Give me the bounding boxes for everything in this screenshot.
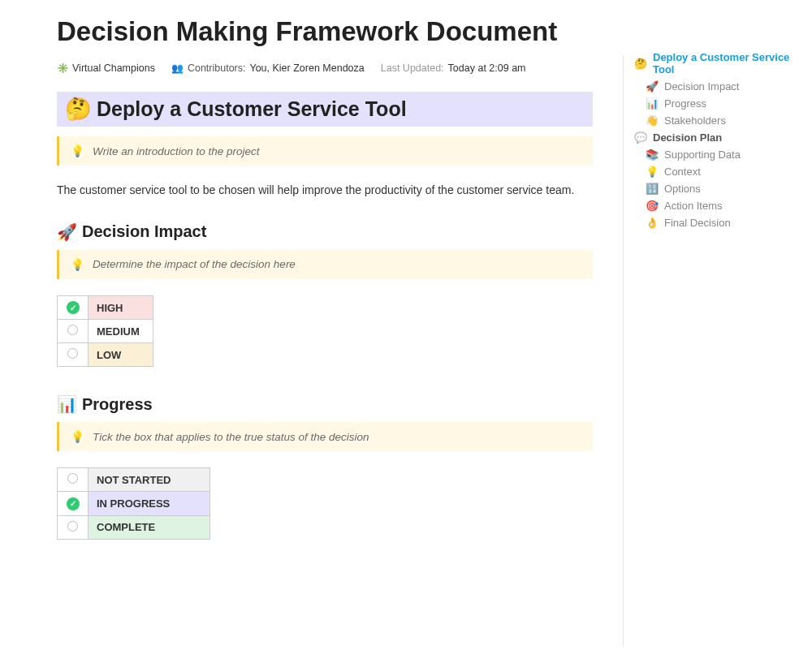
updated-meta: Last Updated: Today at 2:09 am	[381, 62, 526, 74]
updated-label: Last Updated:	[381, 62, 444, 74]
radio-empty-icon	[67, 348, 78, 359]
rocket-icon: 🚀	[57, 222, 77, 242]
bulb-icon: 💡	[71, 144, 84, 157]
progress-inprogress-check[interactable]: ✓	[58, 492, 89, 516]
wave-icon: 👋	[646, 114, 659, 127]
impact-high-label: HIGH	[89, 295, 153, 320]
target-icon: 🎯	[646, 200, 659, 212]
section-deploy-title: Deploy a Customer Service Tool	[97, 97, 407, 121]
toc-deploy-label: Deploy a Customer Service Tool	[653, 51, 802, 75]
bulb-icon: 💡	[71, 430, 84, 443]
toc-impact-label: Decision Impact	[664, 80, 739, 93]
chart-icon: 📊	[57, 394, 77, 414]
toc-final[interactable]: 👌 Final Decision	[628, 214, 802, 231]
toc-options-label: Options	[664, 183, 701, 195]
ok-icon: 👌	[646, 217, 659, 229]
workspace-name: Virtual Champions	[72, 62, 155, 74]
toc-progress-label: Progress	[664, 97, 706, 110]
toc-progress[interactable]: 📊 Progress	[628, 95, 802, 112]
intro-callout[interactable]: 💡 Write an introduction to the project	[57, 136, 593, 166]
toc-data[interactable]: 📚 Supporting Data	[628, 146, 802, 163]
table-row: ✓ HIGH	[58, 295, 153, 320]
toc-actions-label: Action Items	[664, 200, 723, 212]
meta-row: ✳️ Virtual Champions 👥 Contributors: You…	[57, 62, 593, 74]
toc-impact[interactable]: 🚀 Decision Impact	[628, 78, 802, 95]
toc-final-label: Final Decision	[664, 217, 731, 229]
impact-high-check[interactable]: ✓	[58, 295, 89, 320]
progress-table: NOT STARTED ✓ IN PROGRESS COMPLETE	[57, 467, 210, 540]
thinking-icon: 🤔	[65, 97, 92, 122]
intro-paragraph[interactable]: The customer service tool to be chosen w…	[57, 182, 593, 200]
updated-value: Today at 2:09 am	[448, 62, 526, 74]
toc-stakeholders[interactable]: 👋 Stakeholders	[628, 112, 802, 129]
main-content: Decision Making Framework Document ✳️ Vi…	[0, 0, 617, 663]
radio-empty-icon	[67, 473, 78, 484]
table-row: COMPLETE	[58, 515, 210, 539]
rocket-icon: 🚀	[646, 80, 659, 93]
impact-low-check[interactable]	[58, 343, 89, 367]
toc-data-label: Supporting Data	[664, 149, 741, 161]
radio-empty-icon	[67, 325, 78, 335]
table-row: NOT STARTED	[58, 468, 210, 492]
bulb-icon: 💡	[71, 258, 84, 271]
section-progress-title: Progress	[82, 395, 153, 414]
impact-medium-check[interactable]	[58, 320, 89, 343]
intro-callout-text: Write an introduction to the project	[93, 145, 260, 157]
impact-callout-text: Determine the impact of the decision her…	[93, 258, 296, 270]
toc-plan[interactable]: 💬 Decision Plan	[628, 129, 802, 146]
section-impact-heading: 🚀 Decision Impact	[57, 222, 593, 242]
impact-low-label: LOW	[89, 343, 153, 367]
contributors-meta[interactable]: 👥 Contributors: You, Kier Zoren Mendoza	[171, 62, 365, 74]
progress-inprogress-label: IN PROGRESS	[89, 492, 210, 516]
toc-stakeholders-label: Stakeholders	[664, 114, 726, 127]
outline-sidebar: 🤔 Deploy a Customer Service Tool 🚀 Decis…	[617, 0, 812, 663]
toc-actions[interactable]: 🎯 Action Items	[628, 197, 802, 214]
table-row: LOW	[58, 343, 153, 367]
checkmark-icon: ✓	[67, 301, 80, 314]
table-row: ✓ IN PROGRESS	[58, 492, 210, 516]
toc-context[interactable]: 💡 Context	[628, 163, 802, 180]
radio-empty-icon	[67, 521, 78, 532]
chart-icon: 📊	[646, 97, 659, 110]
page-title: Decision Making Framework Document	[57, 15, 593, 48]
toc-context-label: Context	[664, 166, 701, 178]
toc-plan-label: Decision Plan	[653, 131, 722, 144]
progress-notstarted-label: NOT STARTED	[89, 468, 210, 492]
lightbulb-icon: 💡	[646, 166, 659, 178]
progress-complete-check[interactable]	[58, 515, 89, 539]
toc-options[interactable]: 🔢 Options	[628, 180, 802, 197]
impact-table: ✓ HIGH MEDIUM LOW	[57, 295, 153, 368]
thinking-icon: 🤔	[634, 58, 647, 70]
contributors-value: You, Kier Zoren Mendoza	[249, 62, 364, 74]
contributors-label: Contributors:	[188, 62, 246, 74]
people-icon: 👥	[171, 62, 184, 74]
progress-complete-label: COMPLETE	[89, 515, 210, 539]
section-impact-title: Decision Impact	[82, 222, 206, 241]
numbers-icon: 🔢	[646, 183, 659, 195]
checkmark-icon: ✓	[67, 497, 80, 510]
workspace-meta[interactable]: ✳️ Virtual Champions	[57, 62, 155, 74]
impact-callout[interactable]: 💡 Determine the impact of the decision h…	[57, 250, 593, 279]
impact-medium-label: MEDIUM	[89, 320, 153, 343]
sparkle-icon: ✳️	[57, 62, 68, 74]
section-progress-heading: 📊 Progress	[57, 394, 593, 414]
toc-deploy[interactable]: 🤔 Deploy a Customer Service Tool	[628, 49, 802, 78]
table-row: MEDIUM	[58, 320, 153, 343]
books-icon: 📚	[646, 149, 659, 161]
progress-callout[interactable]: 💡 Tick the box that applies to the true …	[57, 422, 593, 451]
progress-notstarted-check[interactable]	[58, 468, 89, 492]
speech-icon: 💬	[634, 131, 647, 144]
section-deploy-heading: 🤔 Deploy a Customer Service Tool	[57, 92, 593, 127]
progress-callout-text: Tick the box that applies to the true st…	[93, 431, 369, 443]
